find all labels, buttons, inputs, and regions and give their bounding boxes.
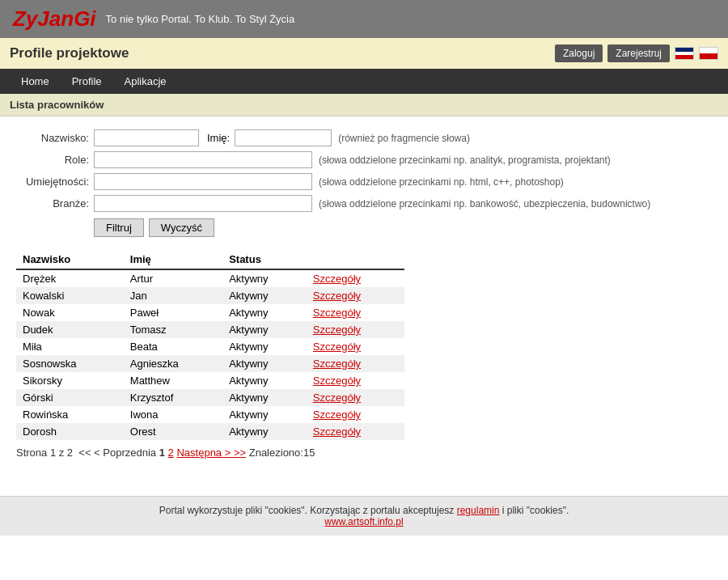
table-row: NowakPawełAktywnySzczegóły xyxy=(16,304,404,321)
input-role[interactable] xyxy=(94,151,312,168)
pagination-text-before: Strona 1 z 2 << < Poprzednia xyxy=(16,447,156,459)
cell-nazwisko: Kowalski xyxy=(16,287,124,304)
table-row: KowalskiJanAktywnySzczegóły xyxy=(16,287,404,304)
cell-szczegoly[interactable]: Szczegóły xyxy=(307,389,404,406)
page-title: Profile projektowe xyxy=(10,45,129,61)
filter-form: Nazwisko: Imię: (również po fragmencie s… xyxy=(16,129,712,237)
szczegoly-link[interactable]: Szczegóły xyxy=(313,375,361,387)
table-row: DoroshOrestAktywnySzczegóły xyxy=(16,423,404,440)
szczegoly-link[interactable]: Szczegóły xyxy=(313,341,361,353)
filter-label-branze: Branże: xyxy=(16,197,89,210)
login-button[interactable]: Zaloguj xyxy=(555,44,603,62)
cell-szczegoly[interactable]: Szczegóły xyxy=(307,321,404,338)
flag-en-icon[interactable] xyxy=(675,47,694,60)
table-row: DrężekArturAktywnySzczegóły xyxy=(16,269,404,287)
footer: Portal wykorzystuje pliki "cookies". Kor… xyxy=(0,496,728,536)
cell-status: Aktywny xyxy=(222,287,307,304)
page-1-current[interactable]: 1 xyxy=(159,447,165,459)
cell-szczegoly[interactable]: Szczegóły xyxy=(307,423,404,440)
footer-text1: Portal wykorzystuje pliki "cookies". Kor… xyxy=(159,505,457,516)
szczegoly-link[interactable]: Szczegóły xyxy=(313,307,361,319)
col-header-status: Status xyxy=(222,250,307,269)
cell-szczegoly[interactable]: Szczegóły xyxy=(307,406,404,423)
cell-szczegoly[interactable]: Szczegóły xyxy=(307,355,404,372)
cell-nazwisko: Drężek xyxy=(16,269,124,287)
employee-table: Nazwisko Imię Status DrężekArturAktywnyS… xyxy=(16,250,404,440)
cell-status: Aktywny xyxy=(222,372,307,389)
cell-status: Aktywny xyxy=(222,321,307,338)
szczegoly-link[interactable]: Szczegóły xyxy=(313,273,361,285)
szczegoly-link[interactable]: Szczegóły xyxy=(313,358,361,370)
col-header-imie: Imię xyxy=(124,250,222,269)
input-imie[interactable] xyxy=(235,129,332,146)
cell-imie: Tomasz xyxy=(124,321,222,338)
filter-hint-imie: (również po fragmencie słowa) xyxy=(338,133,470,144)
footer-artsoft-link[interactable]: www.artsoft.info.pl xyxy=(324,516,403,527)
filter-hint-role: (słowa oddzielone przecinkami np. analit… xyxy=(319,155,611,166)
content: Nazwisko: Imię: (również po fragmencie s… xyxy=(0,116,728,472)
table-row: MiłaBeataAktywnySzczegóły xyxy=(16,338,404,355)
filter-buttons: Filtruj Wyczyść xyxy=(94,218,712,237)
filter-hint-umiejetnosci: (słowa oddzielone przecinkami np. html, … xyxy=(319,176,564,188)
table-row: DudekTomaszAktywnySzczegóły xyxy=(16,321,404,338)
filter-label-role: Role: xyxy=(16,154,89,166)
cell-szczegoly[interactable]: Szczegóły xyxy=(307,338,404,355)
cell-nazwisko: Nowak xyxy=(16,304,124,321)
cell-szczegoly[interactable]: Szczegóły xyxy=(307,269,404,287)
pagination-next[interactable]: Następna > >> xyxy=(176,447,246,459)
cell-status: Aktywny xyxy=(222,423,307,440)
cell-nazwisko: Górski xyxy=(16,389,124,406)
input-umiejetnosci[interactable] xyxy=(94,173,312,190)
nav-home[interactable]: Home xyxy=(10,69,61,94)
cell-status: Aktywny xyxy=(222,389,307,406)
szczegoly-link[interactable]: Szczegóły xyxy=(313,425,361,438)
table-row: SikorskyMatthewAktywnySzczegóły xyxy=(16,372,404,389)
yellow-bar: Profile projektowe Zaloguj Zarejestruj xyxy=(0,38,728,69)
cell-nazwisko: Rowińska xyxy=(16,406,124,423)
pagination-found: Znaleziono:15 xyxy=(249,447,315,459)
szczegoly-link[interactable]: Szczegóły xyxy=(313,324,361,336)
filter-label-imie: Imię: xyxy=(207,132,230,144)
filter-row-role: Role: (słowa oddzielone przecinkami np. … xyxy=(16,151,712,168)
page-2-link[interactable]: 2 xyxy=(168,447,174,459)
cell-imie: Iwona xyxy=(124,406,222,423)
cell-imie: Agnieszka xyxy=(124,355,222,372)
szczegoly-link[interactable]: Szczegóły xyxy=(313,392,361,404)
pagination: Strona 1 z 2 << < Poprzednia 1 2 Następn… xyxy=(16,447,712,459)
cell-imie: Paweł xyxy=(124,304,222,321)
flag-pl-icon[interactable] xyxy=(699,47,718,60)
nav-profile[interactable]: Profile xyxy=(61,69,113,94)
cell-imie: Artur xyxy=(124,269,222,287)
input-nazwisko[interactable] xyxy=(94,129,199,146)
input-branze[interactable] xyxy=(94,195,312,212)
cell-szczegoly[interactable]: Szczegóły xyxy=(307,287,404,304)
cell-nazwisko: Dorosh xyxy=(16,423,124,440)
cell-szczegoly[interactable]: Szczegóły xyxy=(307,304,404,321)
filtruj-button[interactable]: Filtruj xyxy=(94,218,144,237)
filter-row-nazwisko: Nazwisko: Imię: (również po fragmencie s… xyxy=(16,129,712,146)
cell-imie: Orest xyxy=(124,423,222,440)
filter-hint-branze: (słowa oddzielone przecinkami np. bankow… xyxy=(319,198,650,210)
wyczysc-button[interactable]: Wyczyść xyxy=(149,218,214,237)
auth-buttons: Zaloguj Zarejestruj xyxy=(555,44,718,62)
szczegoly-link[interactable]: Szczegóły xyxy=(313,409,361,421)
cell-nazwisko: Dudek xyxy=(16,321,124,338)
col-header-action xyxy=(307,250,404,269)
navbar: Home Profile Aplikacje xyxy=(0,69,728,94)
cell-imie: Krzysztof xyxy=(124,389,222,406)
cell-status: Aktywny xyxy=(222,406,307,423)
cell-szczegoly[interactable]: Szczegóły xyxy=(307,372,404,389)
nav-aplikacje[interactable]: Aplikacje xyxy=(113,69,178,94)
filter-label-nazwisko: Nazwisko: xyxy=(16,132,89,144)
table-row: GórskiKrzysztofAktywnySzczegóły xyxy=(16,389,404,406)
footer-text2: i pliki "cookies". xyxy=(499,505,569,516)
cell-nazwisko: Sosnowska xyxy=(16,355,124,372)
footer-regulamin-link[interactable]: regulamin xyxy=(457,505,500,516)
cell-nazwisko: Miła xyxy=(16,338,124,355)
breadcrumb: Lista pracowników xyxy=(0,94,728,116)
szczegoly-link[interactable]: Szczegóły xyxy=(313,290,361,302)
table-row: RowińskaIwonaAktywnySzczegóły xyxy=(16,406,404,423)
register-button[interactable]: Zarejestruj xyxy=(607,44,670,62)
filter-row-umiejetnosci: Umiejętności: (słowa oddzielone przecink… xyxy=(16,173,712,190)
header: ZyJanGi To nie tylko Portal. To Klub. To… xyxy=(0,0,728,38)
